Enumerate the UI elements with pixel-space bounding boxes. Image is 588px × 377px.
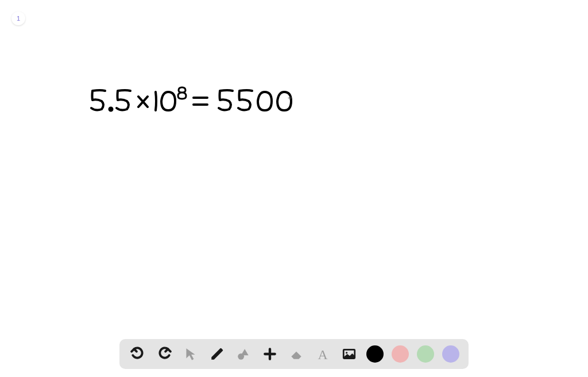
color-green[interactable] bbox=[417, 345, 434, 363]
redo-button[interactable] bbox=[155, 345, 173, 363]
redo-icon bbox=[157, 347, 172, 361]
pen-tool-button[interactable] bbox=[208, 345, 226, 363]
eraser-tool-button[interactable] bbox=[287, 345, 305, 363]
color-black[interactable] bbox=[366, 345, 384, 363]
undo-button[interactable] bbox=[129, 345, 147, 363]
color-purple[interactable] bbox=[442, 345, 459, 363]
color-pink[interactable] bbox=[392, 345, 409, 363]
shapes-tool-button[interactable] bbox=[234, 345, 253, 363]
add-button[interactable] bbox=[261, 345, 279, 363]
cursor-crosshair: + bbox=[288, 94, 292, 102]
image-icon bbox=[342, 347, 357, 361]
shapes-icon bbox=[236, 347, 251, 361]
handwritten-equation bbox=[89, 86, 296, 123]
text-icon: A bbox=[315, 347, 330, 361]
svg-point-0 bbox=[110, 108, 113, 111]
undo-icon bbox=[130, 347, 145, 361]
drawing-toolbar: A bbox=[119, 339, 469, 369]
eraser-icon bbox=[289, 347, 304, 361]
image-tool-button[interactable] bbox=[340, 345, 358, 363]
select-tool-button[interactable] bbox=[181, 345, 200, 363]
svg-text:A: A bbox=[318, 347, 328, 361]
text-tool-button[interactable]: A bbox=[314, 345, 332, 363]
plus-icon bbox=[262, 347, 277, 361]
drawing-canvas[interactable]: + bbox=[0, 0, 588, 377]
svg-point-4 bbox=[346, 352, 347, 353]
cursor-icon bbox=[183, 347, 198, 361]
pencil-icon bbox=[210, 347, 225, 361]
